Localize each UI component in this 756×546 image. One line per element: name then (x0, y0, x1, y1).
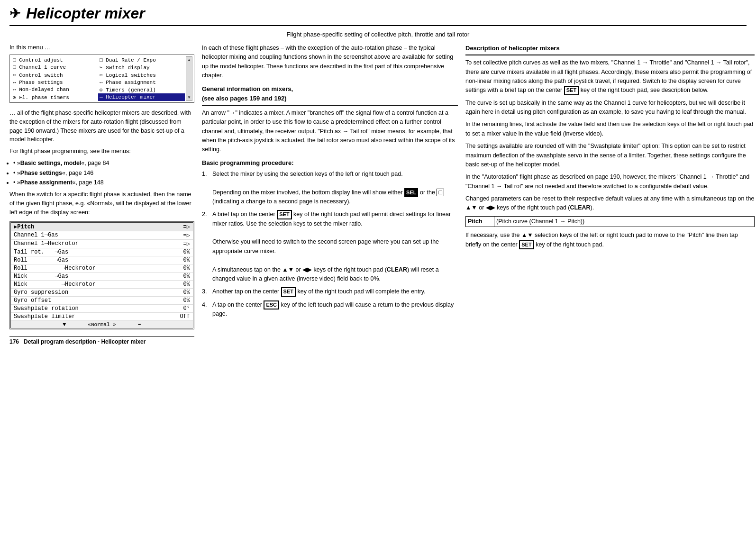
display-row-ch1-heck: Channel 1→Heckrotor =▷ (11, 240, 193, 248)
left-para-3: When the switch for a specific flight ph… (9, 190, 194, 217)
scroll-up-arrow[interactable]: ▲ (187, 58, 191, 62)
page-footer: 176 Detail program description - Helicop… (9, 336, 194, 345)
menu-item-non-delayed[interactable]: ↔ Non-delayed chan (11, 86, 98, 93)
right-para-2: The curve is set up basically in the sam… (465, 99, 755, 117)
right-para-6: Changed parameters can be reset to their… (465, 194, 755, 213)
display-row-nick-heck: Nick →Heckrotor 0% (11, 281, 193, 289)
right-para-pitch: If necessary, use the ▲▼ selection keys … (465, 231, 755, 249)
menu-item-ch1-curve[interactable]: □ Channel 1 curve (11, 64, 98, 71)
mid-column: In each of these flight phases – with th… (202, 44, 458, 345)
pitch-table-label: Pitch (466, 216, 494, 227)
pitch-table-value: (Pitch curve (Channel 1 → Pitch)) (494, 216, 755, 227)
arrow-sym: → (229, 109, 236, 116)
page-number: 176 (9, 338, 19, 345)
menu-item-control-switch[interactable]: ✂ Control switch (11, 71, 98, 79)
page-header: ✈ Helicopter mixer (9, 5, 747, 26)
menu-item-helicopter-mixer[interactable]: → Helicopter mixer (98, 93, 185, 101)
menu-item-control-adjust[interactable]: □ Control adjust (11, 56, 98, 64)
right-para-4: The settings available are rounded off w… (465, 142, 755, 169)
display-row-tail-gas: Tail rot. →Gas 0% (11, 248, 193, 256)
menu-item-switch-display[interactable]: ✂ Switch display (98, 64, 185, 71)
display-row-nav: ▼ «Normal » ➡ (11, 321, 193, 328)
list-item-assignment: • »Phase assignment«, page 148 (13, 178, 194, 187)
display-row-pitch: ▶Pitch =▷ (11, 223, 193, 231)
list-item-basic: • »Basic settings, model«, page 84 (13, 159, 194, 168)
display-row-ch1-gas: Channel 1→Gas =▷ (11, 231, 193, 240)
pitch-arrow: =▷ (183, 223, 190, 230)
left-column: In this menu ... □ Control adjust □ Dual… (9, 44, 194, 345)
left-para-1: … all of the flight phase-specific helic… (9, 109, 194, 144)
right-para-5: In the "Autorotation" flight phase as de… (465, 173, 755, 191)
display-row-swash-rot: Swashplate rotation 0° (11, 305, 193, 313)
three-col-layout: In this menu ... □ Control adjust □ Dual… (9, 44, 747, 345)
menu-item-phase-assignment[interactable]: ↔ Phase assignment (98, 79, 185, 86)
set-key-r1: SET (564, 86, 579, 95)
subtitle: Flight phase-specific setting of collect… (9, 31, 747, 38)
right-col-header: Description of helicopter mixers (465, 44, 755, 55)
scroll-down-arrow[interactable]: ▼ (187, 95, 191, 100)
display-row-roll-heck: Roll →Heckrotor 0% (11, 264, 193, 273)
step-4: 4. A tap on the center ESC key of the le… (202, 300, 458, 319)
in-this-menu-label: In this menu ... (9, 44, 194, 51)
set-key-3: SET (281, 287, 296, 296)
menu-grid: □ Control adjust □ Dual Rate / Expo □ Ch… (11, 56, 185, 101)
list-item-phase: • »Phase settings«, page 146 (13, 169, 194, 178)
clear-label-2: CLEAR (387, 266, 407, 273)
step-3: 3. Another tap on the center SET key of … (202, 287, 458, 296)
section1-body: An arrow "→" indicates a mixer. A mixer … (202, 109, 458, 155)
pitch-label: ▶Pitch (14, 223, 34, 230)
display-row-swash-lim: Swashplate limiter Off (11, 313, 193, 321)
pitch-table: Pitch (Pitch curve (Channel 1 → Pitch)) (465, 216, 755, 227)
set-key-r2: SET (519, 240, 534, 249)
page-title: Helicopter mixer (26, 5, 145, 22)
display-row-gyro-offset: Gyro offset 0% (11, 297, 193, 305)
menu-table: □ Control adjust □ Dual Rate / Expo □ Ch… (9, 55, 194, 103)
mid-intro: In each of these flight phases – with th… (202, 44, 458, 81)
right-column: Description of helicopter mixers To set … (465, 44, 755, 345)
menu-item-timers-general[interactable]: ⊙ Timers (general) (98, 86, 185, 93)
menu-item-logical-switches[interactable]: ✂ Logical switches (98, 71, 185, 79)
footer-text: Detail program description - Helicopter … (24, 338, 146, 345)
page-box: □ (437, 189, 444, 196)
display-inner: ▶Pitch =▷ Channel 1→Gas =▷ Channel 1→Hec… (10, 222, 193, 328)
display-row-nick-gas: Nick →Gas 0% (11, 273, 193, 281)
step-1: 1. Select the mixer by using the selecti… (202, 170, 458, 207)
menu-item-fl-phase-timers[interactable]: ⊙ Fl. phase timers (11, 93, 98, 101)
pitch-table-row: Pitch (Pitch curve (Channel 1 → Pitch)) (466, 216, 755, 227)
steps-list: 1. Select the mixer by using the selecti… (202, 170, 458, 319)
esc-key: ESC (264, 300, 279, 309)
right-para-1: To set collective pitch curves as well a… (465, 58, 755, 95)
page-container: ✈ Helicopter mixer Flight phase-specific… (0, 0, 756, 546)
menu-item-dual-rate[interactable]: □ Dual Rate / Expo (98, 56, 185, 64)
scroll-bar[interactable]: ▲ ▼ (186, 56, 192, 101)
set-key-2: SET (277, 210, 291, 219)
sel-key: SEL (404, 188, 418, 197)
display-screen: ▶Pitch =▷ Channel 1→Gas =▷ Channel 1→Hec… (9, 221, 194, 329)
menu-list: • »Basic settings, model«, page 84 • »Ph… (13, 159, 194, 187)
step-2: 2. A brief tap on the center SET key of … (202, 210, 458, 283)
display-row-roll-gas: Roll →Gas 0% (11, 256, 193, 264)
right-para-3: In the remaining lines, first activate t… (465, 120, 755, 138)
menu-item-phase-settings[interactable]: ↔ Phase settings (11, 79, 98, 86)
display-row-gyro-supp: Gyro suppression 0% (11, 289, 193, 297)
section1-title: General information on mixers,(see also … (202, 84, 458, 103)
helicopter-icon: ✈ (9, 6, 20, 21)
left-body-text: … all of the flight phase-specific helic… (9, 109, 194, 217)
clear-label-r: CLEAR (570, 204, 591, 211)
section2-title: Basic programming procedure: (202, 158, 458, 168)
left-para-2: For flight phase programming, see the me… (9, 147, 194, 156)
